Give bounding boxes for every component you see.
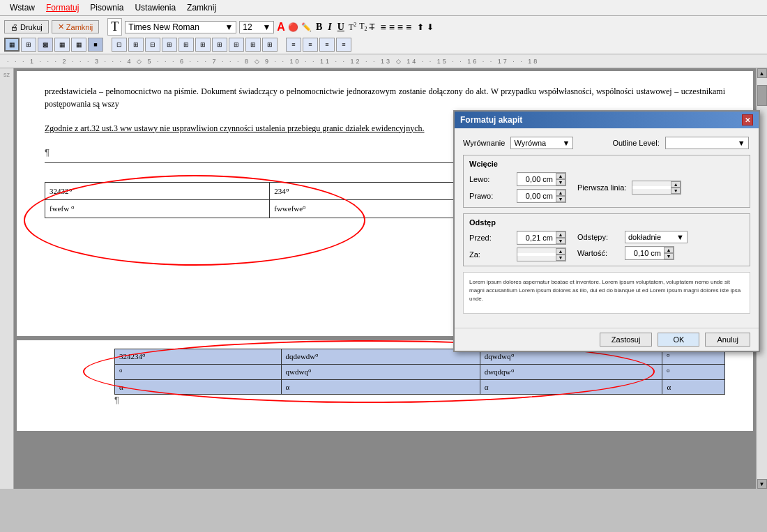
- after-down[interactable]: ▼: [556, 254, 565, 261]
- dialog-close-button[interactable]: ✕: [742, 114, 753, 126]
- before-down[interactable]: ▼: [556, 238, 565, 244]
- valign-middle-button[interactable]: ⬇: [427, 22, 434, 32]
- left-spin[interactable]: 0,00 cm ▲ ▼: [517, 172, 566, 186]
- scroll-up-button[interactable]: ▲: [757, 68, 767, 78]
- line-spacing-select[interactable]: dokładnie ▼: [625, 231, 688, 243]
- toolbar-icon-2[interactable]: ⊞: [21, 38, 36, 52]
- align-right-button[interactable]: ≡: [397, 22, 403, 33]
- first-line-up[interactable]: ▲: [671, 181, 681, 188]
- value-spin[interactable]: 0,10 cm ▲ ▼: [625, 246, 674, 260]
- menu-pisownia[interactable]: Pisownia: [86, 1, 128, 14]
- right-down-button[interactable]: ▼: [556, 196, 565, 202]
- cancel-button[interactable]: Anuluj: [705, 333, 750, 347]
- indent-left-right: Lewo: 0,00 cm ▲ ▼ Prawo:: [469, 172, 566, 203]
- toolbar-icon-1[interactable]: ▦: [4, 38, 20, 52]
- table-cell: fwefw ᵅ: [45, 200, 270, 218]
- dialog-body: Wyrównanie Wyrówna ▼ Outline Level: ▼ Wc…: [455, 128, 759, 328]
- first-line-down[interactable]: ▼: [671, 188, 681, 194]
- before-up[interactable]: ▲: [556, 231, 565, 238]
- before-spin[interactable]: 0,21 cm ▲ ▼: [517, 231, 566, 245]
- list-icon-1[interactable]: ≡: [286, 38, 301, 52]
- align-center-button[interactable]: ≡: [389, 22, 395, 33]
- right-value[interactable]: 0,00 cm: [517, 190, 556, 202]
- close-button[interactable]: ✕ Zamknij: [52, 20, 100, 33]
- italic-button[interactable]: I: [326, 22, 333, 33]
- value-down[interactable]: ▼: [664, 253, 674, 259]
- after-spin[interactable]: ▲ ▼: [517, 248, 566, 261]
- after-row: Za: ▲ ▼: [469, 248, 566, 261]
- table-row: ᵅ qwdwqᵅ dwqdqwᵅ ᵅ: [115, 365, 725, 380]
- after-value[interactable]: [517, 253, 556, 256]
- toolbar-icon-7[interactable]: ⊡: [112, 38, 127, 52]
- superscript-button[interactable]: T2: [349, 22, 356, 33]
- ruler-marks: · · · 1 · · · 2 · · · 3 · · · 4 ◇ 5 · · …: [7, 58, 539, 65]
- toolbar-icon-9[interactable]: ⊟: [145, 38, 160, 52]
- toolbar-icon-11[interactable]: ⊞: [179, 38, 194, 52]
- color-red-icon[interactable]: A: [277, 21, 285, 33]
- menu-ustawienia[interactable]: Ustawienia: [130, 1, 180, 14]
- toolbar-icon-10[interactable]: ⊞: [162, 38, 177, 52]
- left-down-button[interactable]: ▼: [556, 179, 565, 185]
- menu-zamknij[interactable]: Zamknij: [183, 1, 220, 14]
- first-line-spin-buttons: ▲ ▼: [671, 181, 681, 194]
- toolbar-icon-5[interactable]: ▦: [71, 38, 86, 52]
- after-up[interactable]: ▲: [556, 248, 565, 254]
- spacing-title: Odstęp: [469, 218, 744, 227]
- font-size-selector[interactable]: 12 ▼: [239, 21, 274, 33]
- toolbar-icon-15[interactable]: ⊞: [245, 38, 261, 52]
- toolbar-icon-16[interactable]: ⊞: [262, 38, 278, 52]
- toolbar-icon-6[interactable]: ■: [88, 38, 103, 52]
- apply-button[interactable]: Zastosuj: [600, 333, 653, 347]
- toolbar-icon-8[interactable]: ⊞: [128, 38, 144, 52]
- menu-formatuj[interactable]: Formatuj: [42, 1, 83, 14]
- table-cell: ᵅ: [662, 365, 725, 380]
- valign-top-button[interactable]: ⬆: [417, 22, 424, 32]
- indent-title: Wcięcie: [469, 160, 744, 168]
- line-spacing-label: Odstępy:: [577, 233, 619, 241]
- first-line-spin[interactable]: ▲ ▼: [632, 181, 681, 195]
- outline-select[interactable]: ▼: [665, 137, 749, 149]
- toolbar-row-2: ▦ ⊞ ▩ ▦ ▦ ■ ⊡ ⊞ ⊟ ⊞ ⊞ ⊞ ⊞ ⊞ ⊞ ⊞ ≡ ≡ ≡ ≡: [4, 38, 763, 52]
- toolbar-icon-14[interactable]: ⊞: [229, 38, 244, 52]
- value-up[interactable]: ▲: [664, 247, 674, 253]
- toolbar-icon-3[interactable]: ▩: [38, 38, 53, 52]
- list-icon-4[interactable]: ≡: [336, 38, 351, 52]
- toolbar-icon-13[interactable]: ⊞: [212, 38, 227, 52]
- indent-controls: Lewo: 0,00 cm ▲ ▼ Prawo:: [469, 172, 744, 203]
- subscript-button[interactable]: T2: [359, 21, 367, 32]
- align-justify-button[interactable]: ≡: [406, 22, 411, 33]
- outline-label: Outline Level:: [612, 139, 659, 147]
- font-name-selector[interactable]: Times New Roman ▼: [125, 21, 236, 33]
- left-label: Lewo:: [469, 175, 511, 183]
- list-icon-3[interactable]: ≡: [319, 38, 335, 52]
- bold-button[interactable]: B: [314, 22, 324, 33]
- pencil-icon: ✏️: [301, 22, 312, 32]
- right-spin[interactable]: 0,00 cm ▲ ▼: [517, 189, 566, 203]
- list-icon-2[interactable]: ≡: [303, 38, 318, 52]
- color-dot-icon: 🔴: [288, 22, 298, 32]
- value-value[interactable]: 0,10 cm: [625, 248, 664, 259]
- underline-button[interactable]: U: [336, 22, 346, 33]
- table-cell: α: [115, 380, 282, 395]
- print-button[interactable]: 🖨 Drukuj: [4, 20, 49, 33]
- first-line-value[interactable]: [632, 186, 671, 189]
- doc-page-2: 324234ᵅ dqdewdwᵅ dqwdwqᵅ ᵅ ᵅ qwdwqᵅ dwqd…: [17, 340, 753, 431]
- before-row: Przed: 0,21 cm ▲ ▼: [469, 231, 566, 245]
- scroll-down-button[interactable]: ▼: [757, 479, 767, 489]
- ok-button[interactable]: OK: [658, 333, 699, 347]
- scroll-thumb[interactable]: [757, 85, 767, 106]
- toolbar-icon-4[interactable]: ▦: [54, 38, 70, 52]
- menu-wstaw[interactable]: Wstaw: [6, 1, 39, 14]
- alignment-select[interactable]: Wyrówna ▼: [510, 137, 573, 149]
- left-up-button[interactable]: ▲: [556, 173, 565, 179]
- line-spacing-row: Odstępy: dokładnie ▼: [577, 231, 688, 243]
- strikethrough-button[interactable]: T̶: [370, 22, 374, 32]
- align-left-button[interactable]: ≡: [380, 22, 386, 33]
- left-value[interactable]: 0,00 cm: [517, 174, 556, 185]
- after-label: Za:: [469, 250, 511, 259]
- indent-right-row: Prawo: 0,00 cm ▲ ▼: [469, 189, 566, 203]
- right-up-button[interactable]: ▲: [556, 190, 565, 196]
- before-value[interactable]: 0,21 cm: [517, 232, 556, 243]
- menu-bar: Wstaw Formatuj Pisownia Ustawienia Zamkn…: [0, 0, 767, 16]
- toolbar-icon-12[interactable]: ⊞: [195, 38, 211, 52]
